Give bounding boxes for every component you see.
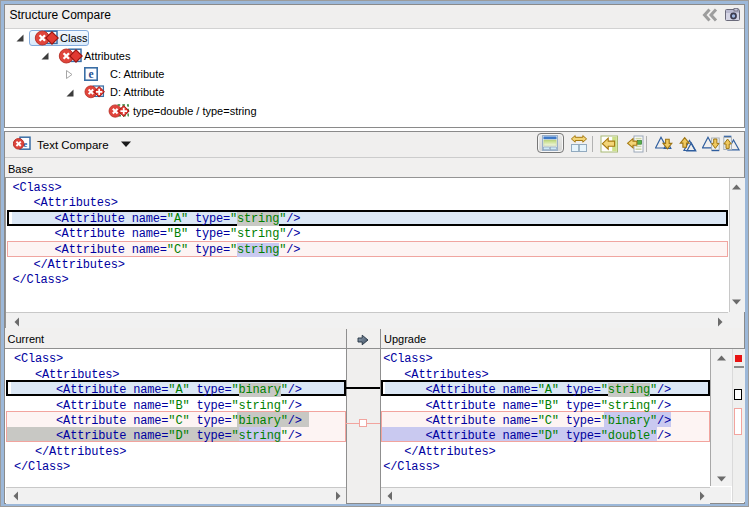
svg-text:e: e bbox=[88, 68, 93, 80]
